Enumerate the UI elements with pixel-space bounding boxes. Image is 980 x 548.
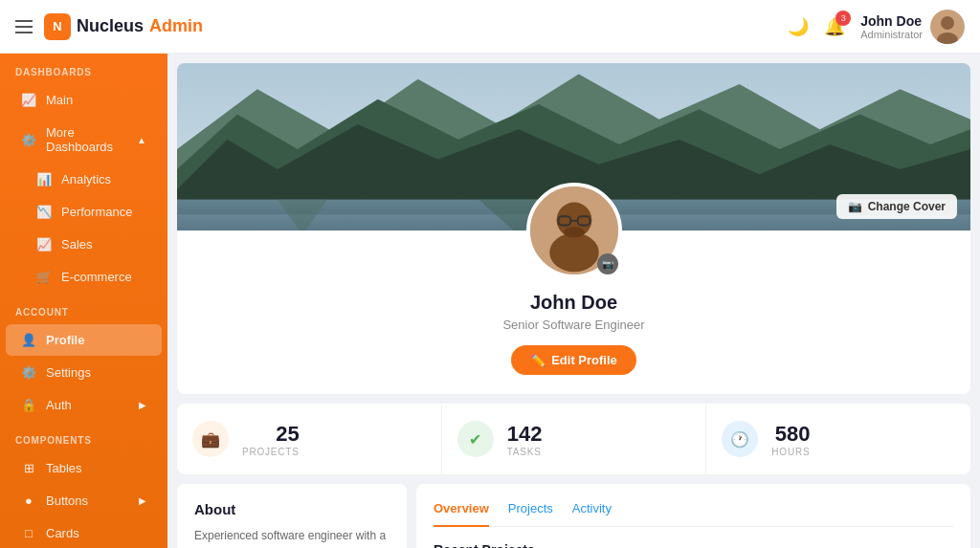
projects-count: 25: [242, 422, 300, 447]
stats-row: 💼 25 PROJECTS ✔ 142 TASKS 🕐: [177, 404, 970, 474]
logo-admin: Admin: [149, 16, 203, 36]
content-area: 📷 Change Cover: [167, 54, 980, 548]
sidebar-item-sales[interactable]: 📈 Sales: [6, 229, 162, 260]
bell-icon[interactable]: 🔔 3: [824, 16, 845, 37]
navbar-left: N NucleusAdmin: [15, 13, 203, 40]
stat-card-projects: 💼 25 PROJECTS: [177, 404, 442, 474]
settings-icon: ⚙️: [21, 133, 36, 147]
projects-panel: Overview Projects Activity Recent Projec…: [416, 484, 970, 548]
sidebar-item-performance[interactable]: 📉 Performance: [6, 196, 162, 228]
chevron-right-icon-2: ▶: [139, 495, 146, 506]
sidebar-section-components: COMpOneNtS: [0, 422, 167, 451]
svg-point-15: [549, 233, 599, 272]
edit-profile-button[interactable]: ✏️ Edit Profile: [511, 345, 636, 375]
sidebar-section-dashboards: DASHBOARDS: [0, 54, 167, 83]
button-icon: ●: [21, 493, 36, 508]
hamburger-menu[interactable]: [15, 20, 33, 33]
hours-label: HOURS: [771, 447, 810, 457]
sidebar-item-ecommerce[interactable]: 🛒 E-commerce: [6, 261, 162, 293]
avatar-image: [930, 10, 965, 44]
about-panel: About Experienced software engineer with…: [177, 484, 407, 548]
logo-nucleus: Nucleus: [77, 16, 144, 36]
sidebar-item-analytics[interactable]: 📊 Analytics: [6, 164, 162, 195]
user-avatar[interactable]: [930, 10, 965, 44]
lock-icon: 🔒: [21, 398, 36, 412]
avatar-wrapper: 📷: [526, 183, 622, 278]
navbar-right: 🌙 🔔 3 John Doe Administrator: [788, 10, 965, 44]
logo-icon: N: [44, 13, 71, 40]
sidebar-item-buttons[interactable]: ● Buttons ▶: [6, 485, 162, 516]
sidebar-item-main[interactable]: 📈 Main: [6, 84, 162, 116]
stat-card-tasks: ✔ 142 TASKS: [442, 404, 707, 474]
gear-icon: ⚙️: [21, 365, 36, 380]
sales-icon: 📈: [36, 237, 52, 252]
user-info: John Doe Administrator: [860, 10, 965, 44]
tasks-icon: ✔: [457, 421, 494, 457]
change-cover-button[interactable]: 📷 Change Cover: [836, 194, 957, 219]
tab-overview[interactable]: Overview: [434, 501, 489, 527]
performance-icon: 📉: [36, 205, 52, 219]
sidebar-item-more-dashboards[interactable]: ⚙️ More Dashboards ▲: [6, 117, 162, 163]
tasks-count: 142: [507, 422, 543, 447]
svg-point-1: [941, 16, 954, 30]
projects-icon: 💼: [192, 421, 229, 457]
svg-point-19: [563, 227, 584, 237]
analytics-icon: 📊: [36, 172, 52, 186]
chart-icon: 📈: [21, 93, 36, 107]
moon-icon[interactable]: 🌙: [788, 16, 809, 37]
cart-icon: 🛒: [36, 270, 52, 284]
card-icon: □: [21, 526, 36, 540]
chevron-right-icon: ▶: [139, 400, 146, 410]
hours-count: 580: [771, 422, 810, 447]
sidebar-item-settings[interactable]: ⚙️ Settings: [6, 357, 162, 388]
edit-icon: ✏️: [530, 353, 546, 367]
sidebar-item-auth[interactable]: 🔒 Auth ▶: [6, 389, 162, 421]
user-name: John Doe: [860, 13, 923, 29]
navbar: N NucleusAdmin 🌙 🔔 3 John Doe Administra…: [0, 0, 980, 54]
stat-card-hours: 🕐 580 HOURS: [706, 404, 970, 474]
sidebar-item-cards[interactable]: □ Cards: [6, 517, 162, 548]
avatar-camera-button[interactable]: 📷: [597, 253, 618, 274]
camera-icon: 📷: [848, 200, 862, 213]
sidebar-section-account: ACCOUNT: [0, 294, 167, 323]
recent-projects-title: Recent Projects: [434, 542, 953, 548]
profile-card: 📷 John Doe Senior Software Engineer ✏️ E…: [177, 230, 970, 394]
about-title: About: [194, 501, 390, 517]
chevron-up-icon: ▲: [137, 135, 146, 145]
user-role: Administrator: [860, 29, 923, 40]
profile-icon: 👤: [21, 333, 36, 347]
profile-job-title: Senior Software Engineer: [177, 318, 970, 332]
sidebar-item-tables[interactable]: ⊞ Tables: [6, 452, 162, 484]
profile-page: 📷 Change Cover: [167, 63, 980, 548]
tab-projects[interactable]: Projects: [508, 501, 553, 527]
sidebar-item-profile[interactable]: 👤 Profile: [6, 324, 162, 356]
main-layout: DASHBOARDS 📈 Main ⚙️ More Dashboards ▲ 📊…: [0, 54, 980, 548]
projects-label: PROJECTS: [242, 447, 300, 457]
table-icon: ⊞: [21, 461, 36, 475]
logo: N NucleusAdmin: [44, 13, 203, 40]
profile-name: John Doe: [177, 292, 970, 314]
tab-activity[interactable]: Activity: [572, 501, 612, 527]
bottom-section: About Experienced software engineer with…: [177, 484, 970, 548]
tasks-label: TASKS: [507, 447, 543, 457]
projects-tabs: Overview Projects Activity: [434, 501, 953, 527]
sidebar: DASHBOARDS 📈 Main ⚙️ More Dashboards ▲ 📊…: [0, 54, 167, 548]
about-text: Experienced software engineer with a pas…: [194, 527, 390, 548]
hours-icon: 🕐: [722, 421, 758, 457]
notification-badge: 3: [835, 11, 851, 26]
